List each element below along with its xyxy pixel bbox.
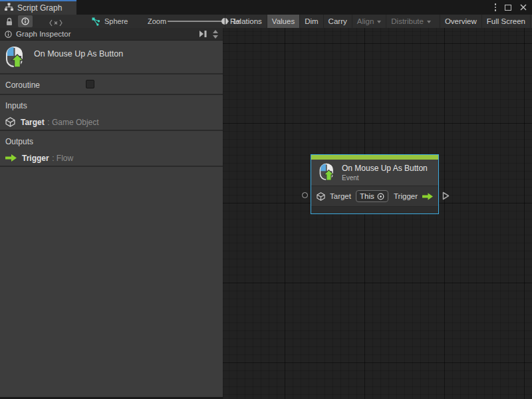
zoom-slider-track[interactable]	[168, 21, 229, 22]
tab-label: Script Graph	[17, 3, 62, 13]
inputs-header: Inputs	[0, 95, 223, 110]
kebab-menu-icon[interactable]	[495, 3, 497, 11]
distribute-dropdown[interactable]: Distribute	[386, 15, 436, 28]
script-graph-tab-icon	[5, 2, 13, 14]
lock-icon[interactable]	[5, 17, 13, 29]
input-name: Target	[21, 118, 45, 127]
output-name: Trigger	[22, 154, 49, 163]
input-row-target: Target : Game Object	[0, 116, 223, 128]
trigger-port-label: Trigger	[394, 192, 418, 200]
coroutine-row: Coroutine	[0, 74, 223, 95]
outputs-header: Outputs	[0, 131, 223, 146]
chevron-down-icon	[427, 21, 431, 23]
values-button[interactable]: Values	[267, 15, 299, 28]
node-color-bar	[311, 155, 438, 160]
chevron-down-icon	[377, 21, 381, 23]
coroutine-checkbox[interactable]	[86, 80, 94, 88]
input-type: : Game Object	[47, 118, 98, 127]
node-header[interactable]: On Mouse Up As Button Event	[311, 160, 438, 186]
mouse-up-icon	[319, 162, 336, 184]
node-title: On Mouse Up As Button	[342, 164, 428, 173]
full-screen-button[interactable]: Full Screen	[481, 15, 531, 28]
graph-inspector-panel: Graph Inspector	[0, 28, 223, 397]
node-subtitle: Event	[342, 174, 428, 182]
script-graph-icon	[92, 17, 100, 26]
unit-title-section: On Mouse Up As Button	[0, 41, 223, 74]
carry-button[interactable]: Carry	[323, 15, 352, 28]
flow-arrow-icon	[422, 193, 433, 200]
node-footer	[311, 206, 438, 213]
graph-canvas[interactable]: On Mouse Up As Button Event Target This	[223, 28, 532, 399]
output-type: : Flow	[52, 154, 73, 163]
output-row-trigger: Trigger : Flow	[0, 152, 223, 164]
script-graph-window: Script Graph	[0, 0, 532, 399]
dock-panel-icon[interactable]	[199, 28, 207, 40]
node-input-port[interactable]	[302, 192, 308, 198]
node-port-row: Target This Trigger	[311, 186, 438, 206]
maximize-icon[interactable]	[505, 5, 511, 11]
inspector-header: Graph Inspector	[0, 28, 223, 41]
flow-arrow-icon	[5, 154, 17, 162]
node-output-port[interactable]	[442, 191, 450, 203]
mouse-up-icon	[5, 45, 26, 73]
tab-script-graph[interactable]: Script Graph	[0, 0, 76, 15]
toolbar-buttons: Relations Values Dim Carry Align Distrib…	[225, 15, 531, 28]
scroll-spinner[interactable]	[213, 30, 218, 39]
dim-button[interactable]: Dim	[299, 15, 323, 28]
chevron-down-icon	[213, 35, 218, 39]
outputs-section: Outputs Trigger : Flow	[0, 131, 223, 167]
target-port-label: Target	[330, 192, 351, 200]
info-icon	[5, 31, 12, 38]
coroutine-label: Coroutine	[5, 80, 40, 90]
info-toggle-button[interactable]	[18, 15, 33, 27]
target-picker-icon	[377, 193, 384, 200]
cube-icon	[5, 117, 15, 127]
overview-button[interactable]: Overview	[440, 15, 481, 28]
align-dropdown[interactable]: Align	[352, 15, 386, 28]
inputs-section: Inputs Target : Game Object	[0, 95, 223, 131]
graph-name: Sphere	[104, 17, 128, 25]
cube-icon	[317, 192, 325, 201]
chevron-up-icon	[213, 30, 218, 33]
graph-reference[interactable]: Sphere	[92, 15, 128, 28]
unit-title: On Mouse Up As Button	[34, 49, 123, 73]
relations-button[interactable]: Relations	[225, 15, 267, 28]
on-mouse-up-as-button-node[interactable]: On Mouse Up As Button Event Target This	[311, 154, 439, 214]
graph-toolbar: Sphere Zoom 1x Relations Values Dim Carr…	[0, 15, 532, 28]
inspector-title: Graph Inspector	[16, 30, 70, 38]
close-icon[interactable]	[520, 1, 527, 13]
target-value-chip[interactable]: This	[356, 190, 388, 202]
zoom-label: Zoom	[148, 15, 166, 28]
titlebar: Script Graph	[0, 0, 532, 15]
